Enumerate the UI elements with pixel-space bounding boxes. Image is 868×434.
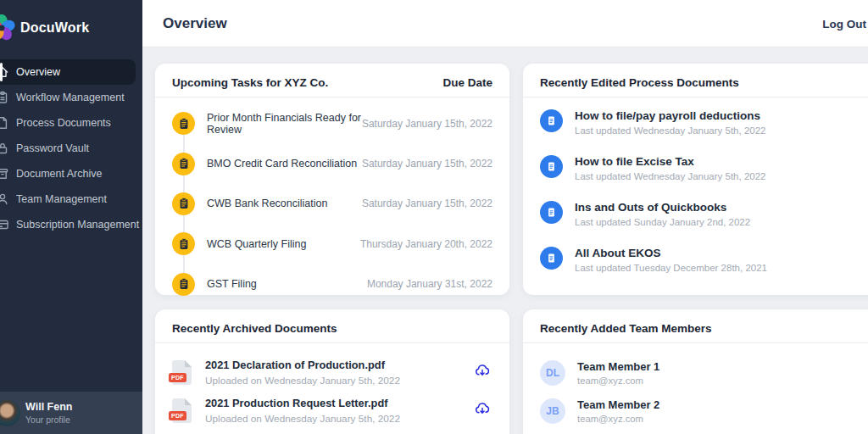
task-clipboard-icon [172,192,195,215]
task-due-date: Saturday January 15th, 2022 [362,118,492,130]
archived-documents-card: Recently Archived Documents PDF 2021 Dec… [155,309,509,434]
profile-section[interactable]: Will Fenn Your profile [0,392,142,434]
document-title: 2021 Declaration of Production.pdf [205,359,472,371]
task-list: Prior Month Financials Ready for Review … [155,97,509,304]
lock-icon [0,142,9,155]
task-clipboard-icon [172,232,195,255]
process-document-row[interactable]: How to file/pay payroll deductions Last … [540,109,868,136]
app-root: DocuWork Overview Workflow Management Pr… [0,0,868,434]
team-member-row[interactable]: DF Team Member 3 [540,430,868,434]
app-title: DocuWork [20,20,89,36]
sidebar-item-overview[interactable]: Overview [0,59,136,85]
logout-button[interactable]: Log Out [817,0,868,47]
sidebar-item-subscription-management[interactable]: Subscription Management [0,212,142,237]
card-title: Recently Added Team Members [540,322,712,335]
member-name: Team Member 2 [577,398,659,411]
sidebar-item-password-vault[interactable]: Password Vault [0,136,142,161]
archived-document-row[interactable]: PDF 2021 Declaration of Production.pdf U… [172,353,492,392]
archived-document-text: 2021 Declaration of Production.pdf Uploa… [205,359,472,387]
blue-document-icon [540,201,563,224]
page-fold [185,360,192,367]
task-title: CWB Bank Reconciliation [207,198,362,209]
logo: DocuWork [0,14,142,42]
team-member-row[interactable]: JB Team Member 2 team@xyz.com [540,392,868,430]
document-last-updated: Last updated Wednesday January 5th, 2022 [575,125,765,136]
team-members-header: Recently Added Team Members [523,309,868,343]
document-last-updated: Last updated Wednesday January 5th, 2022 [575,171,765,181]
member-email: team@xyz.com [577,414,659,424]
profile-subtitle: Your profile [25,415,72,425]
sidebar-item-process-documents[interactable]: Process Documents [0,110,142,136]
task-due-date: Saturday January 15th, 2022 [362,198,492,209]
team-member-list: DL Team Member 1 team@xyz.com JB Team Me… [523,343,868,434]
home-icon [0,65,9,79]
task-row[interactable]: Prior Month Financials Ready for Review … [172,103,492,143]
sidebar-item-label: Password Vault [16,142,89,154]
profile-text: Will Fenn Your profile [25,401,72,425]
sidebar-item-label: Document Archive [16,168,102,180]
archived-documents-header: Recently Archived Documents [155,309,509,343]
document-uploaded-on: Uploaded on Wednesday January 5th, 2022 [205,413,472,425]
archived-document-list: PDF 2021 Declaration of Production.pdf U… [155,343,509,434]
person-icon [0,192,9,206]
task-due-date: Monday January 31st, 2022 [367,278,492,290]
task-title: GST Filing [207,278,367,290]
process-document-text: How to file Excise Tax Last updated Wedn… [575,155,765,181]
upcoming-tasks-card: Upcoming Tasks for XYZ Co. Due Date Prio… [155,64,509,295]
sidebar-item-label: Team Management [16,193,107,205]
archived-document-text: 2021 Production Request Letter.pdf Uploa… [205,397,472,425]
pdf-badge: PDF [169,411,186,420]
docuwork-pinwheel-logo-icon [0,14,15,42]
document-title: How to file Excise Tax [575,155,765,168]
document-title: How to file/pay payroll deductions [575,109,765,122]
task-due-date: Thursday January 20th, 2022 [360,238,492,250]
process-document-text: How to file/pay payroll deductions Last … [575,109,765,136]
archive-icon [0,167,9,181]
profile-name: Will Fenn [25,401,72,413]
member-name: Team Member 1 [577,360,659,373]
team-member-text: Team Member 1 team@xyz.com [577,360,659,386]
document-last-updated: Last updated Sunday January 2nd, 2022 [575,217,750,227]
card-title: Upcoming Tasks for XYZ Co. [172,76,328,89]
document-title: All About EKOS [575,247,767,259]
team-members-card: Recently Added Team Members DL Team Memb… [523,309,868,434]
archived-document-row[interactable]: PDF PD7A - December.pdf [172,430,492,434]
member-email: team@xyz.com [577,376,659,386]
team-member-row[interactable]: DL Team Member 1 team@xyz.com [540,353,868,392]
sidebar-nav: Overview Workflow Management Process Doc… [0,59,142,237]
process-document-list: How to file/pay payroll deductions Last … [523,97,868,273]
download-cloud-icon[interactable] [472,361,492,384]
task-title: BMO Credit Card Reconciliation [207,158,362,170]
task-clipboard-icon [172,112,195,135]
archived-document-row[interactable]: PDF 2021 Production Request Letter.pdf U… [172,392,492,430]
process-document-row[interactable]: Ins and Outs of Quickbooks Last updated … [540,201,868,227]
member-initials-avatar: DL [540,360,565,386]
sidebar-item-document-archive[interactable]: Document Archive [0,161,142,186]
sidebar-item-team-management[interactable]: Team Management [0,186,142,212]
blue-document-icon [540,247,563,270]
document-title: 2021 Production Request Letter.pdf [205,397,472,409]
task-row[interactable]: BMO Credit Card Reconciliation Saturday … [172,143,492,183]
avatar [0,399,20,426]
card-title: Recently Archived Documents [172,322,337,335]
pdf-badge: PDF [169,373,186,382]
task-row[interactable]: WCB Quarterly Filing Thursday January 20… [172,224,492,264]
task-clipboard-icon [172,273,195,296]
sidebar-item-label: Subscription Management [16,219,139,231]
document-last-updated: Last updated Tuesday December 28th, 2021 [575,263,767,273]
upcoming-tasks-header: Upcoming Tasks for XYZ Co. Due Date [155,64,509,97]
process-document-row[interactable]: How to file Excise Tax Last updated Wedn… [540,155,868,181]
download-cloud-icon[interactable] [472,399,492,422]
top-bar: Overview Log Out [142,0,868,47]
sidebar-item-label: Overview [16,66,60,78]
task-row[interactable]: GST Filing Monday January 31st, 2022 [172,264,492,304]
blue-document-icon [540,109,563,132]
document-icon [0,116,9,130]
task-row[interactable]: CWB Bank Reconciliation Saturday January… [172,184,492,224]
page-title: Overview [163,15,227,32]
process-document-row[interactable]: All About EKOS Last updated Tuesday Dece… [540,247,868,273]
sidebar-item-workflow-management[interactable]: Workflow Management [0,85,142,110]
pdf-file-icon: PDF [172,398,192,423]
credit-card-icon [0,218,9,231]
task-title: WCB Quarterly Filing [207,238,360,250]
